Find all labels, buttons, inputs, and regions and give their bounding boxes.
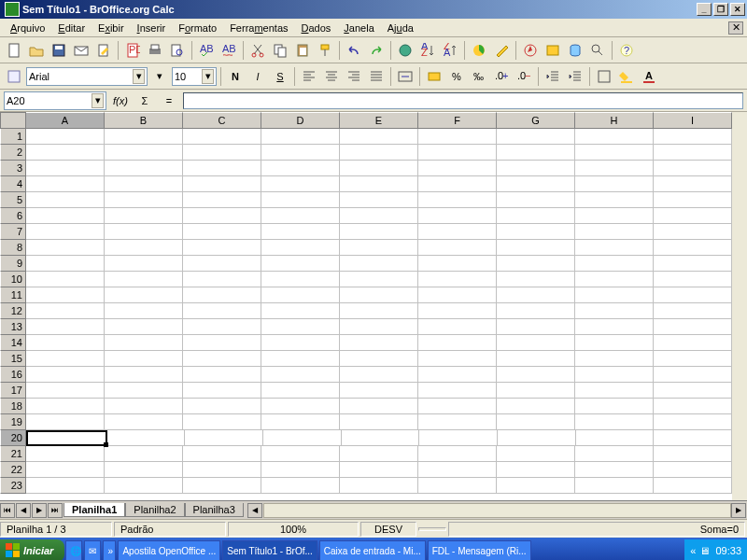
row-header-9[interactable]: 9 — [0, 256, 26, 272]
row-header-16[interactable]: 16 — [0, 367, 26, 383]
new-doc-icon[interactable] — [4, 40, 24, 61]
menu-arquivo[interactable]: Arquivo — [4, 21, 51, 35]
cell-D8[interactable] — [261, 240, 340, 256]
chevron-down-icon[interactable]: ▾ — [202, 69, 214, 84]
borders-icon[interactable] — [594, 66, 614, 87]
cell-G22[interactable] — [497, 462, 575, 478]
gallery-icon[interactable] — [543, 40, 563, 61]
row-header-8[interactable]: 8 — [0, 240, 26, 256]
cell-D3[interactable] — [261, 161, 340, 176]
cell-E1[interactable] — [340, 129, 418, 145]
open-icon[interactable] — [26, 40, 47, 61]
cell-G15[interactable] — [497, 351, 575, 367]
row-header-20[interactable]: 20 — [0, 430, 26, 446]
format-paint-icon[interactable] — [315, 40, 335, 61]
row-header-7[interactable]: 7 — [0, 224, 26, 240]
zoom-icon[interactable] — [587, 40, 608, 61]
cell-F7[interactable] — [418, 224, 497, 240]
cell-A19[interactable] — [26, 414, 105, 430]
cell-A2[interactable] — [26, 145, 105, 161]
cell-D10[interactable] — [261, 272, 340, 287]
cell-F16[interactable] — [418, 367, 497, 383]
redo-icon[interactable] — [366, 40, 387, 61]
cell-A10[interactable] — [26, 272, 105, 287]
cell-D1[interactable] — [261, 129, 340, 145]
cell-B15[interactable] — [105, 351, 183, 367]
row-header-4[interactable]: 4 — [0, 176, 26, 192]
sheet-tab-1[interactable]: Planilha1 — [63, 503, 125, 517]
cell-A14[interactable] — [26, 335, 105, 351]
tab-first-icon[interactable]: ⏮ — [0, 503, 15, 518]
cell-H23[interactable] — [575, 478, 654, 494]
cell-G23[interactable] — [497, 478, 575, 494]
italic-icon[interactable]: I — [247, 66, 268, 87]
cell-C12[interactable] — [183, 303, 261, 319]
cell-D7[interactable] — [261, 224, 340, 240]
cell-I9[interactable] — [654, 256, 732, 272]
cell-F2[interactable] — [418, 145, 497, 161]
remove-decimal-icon[interactable]: .0− — [514, 66, 534, 87]
row-header-5[interactable]: 5 — [0, 192, 26, 208]
cell-F15[interactable] — [418, 351, 497, 367]
cell-C19[interactable] — [183, 414, 261, 430]
cell-G14[interactable] — [497, 335, 575, 351]
cell-D15[interactable] — [261, 351, 340, 367]
cell-I6[interactable] — [654, 208, 732, 224]
cell-E21[interactable] — [340, 446, 418, 462]
column-header-E[interactable]: E — [340, 112, 418, 129]
cell-A22[interactable] — [26, 462, 105, 478]
menu-dados[interactable]: Dados — [295, 21, 338, 35]
copy-icon[interactable] — [270, 40, 290, 61]
merge-cells-icon[interactable] — [395, 66, 416, 87]
menu-editar[interactable]: Editar — [51, 21, 92, 35]
cell-I18[interactable] — [654, 399, 732, 414]
cell-I10[interactable] — [654, 272, 732, 287]
standard-format-icon[interactable]: ‰ — [469, 66, 489, 87]
vertical-scrollbar[interactable] — [732, 112, 747, 500]
align-justify-icon[interactable] — [366, 66, 387, 87]
row-header-18[interactable]: 18 — [0, 399, 26, 414]
increase-indent-icon[interactable] — [565, 66, 585, 87]
start-button[interactable]: Iniciar — [0, 539, 64, 560]
task-item-1[interactable]: Sem Título1 - BrOf... — [222, 540, 317, 560]
status-zoom[interactable]: 100% — [228, 522, 359, 537]
cell-E17[interactable] — [340, 383, 418, 399]
cell-F10[interactable] — [418, 272, 497, 287]
cell-I4[interactable] — [654, 176, 732, 192]
row-header-14[interactable]: 14 — [0, 335, 26, 351]
cell-B20[interactable] — [107, 430, 186, 446]
cell-D9[interactable] — [261, 256, 340, 272]
cell-A1[interactable] — [26, 129, 105, 145]
cell-A16[interactable] — [26, 367, 105, 383]
cell-A13[interactable] — [26, 319, 105, 335]
cell-C5[interactable] — [183, 192, 261, 208]
cell-E14[interactable] — [340, 335, 418, 351]
cell-A15[interactable] — [26, 351, 105, 367]
cell-E19[interactable] — [340, 414, 418, 430]
column-header-B[interactable]: B — [105, 112, 183, 129]
pdf-icon[interactable]: PDF — [122, 40, 143, 61]
cell-H16[interactable] — [575, 367, 654, 383]
cell-D22[interactable] — [261, 462, 340, 478]
cell-C6[interactable] — [183, 208, 261, 224]
add-decimal-icon[interactable]: .0+ — [491, 66, 512, 87]
cell-D11[interactable] — [261, 287, 340, 303]
cell-H20[interactable] — [576, 430, 655, 446]
status-sum[interactable]: Soma=0 — [448, 522, 745, 537]
cell-D4[interactable] — [261, 176, 340, 192]
cell-E6[interactable] — [340, 208, 418, 224]
cell-E10[interactable] — [340, 272, 418, 287]
select-all-corner[interactable] — [0, 112, 26, 129]
cell-C3[interactable] — [183, 161, 261, 176]
row-header-3[interactable]: 3 — [0, 161, 26, 176]
row-header-23[interactable]: 23 — [0, 478, 26, 494]
navigator-icon[interactable] — [520, 40, 541, 61]
decrease-indent-icon[interactable] — [543, 66, 563, 87]
font-dropdown-icon[interactable]: ▾ — [149, 66, 170, 87]
sum-icon[interactable]: Σ — [134, 91, 155, 111]
cell-C18[interactable] — [183, 399, 261, 414]
tab-prev-icon[interactable]: ◀ — [16, 503, 31, 518]
cell-F17[interactable] — [418, 383, 497, 399]
cell-B12[interactable] — [105, 303, 183, 319]
chart-icon[interactable] — [469, 40, 489, 61]
